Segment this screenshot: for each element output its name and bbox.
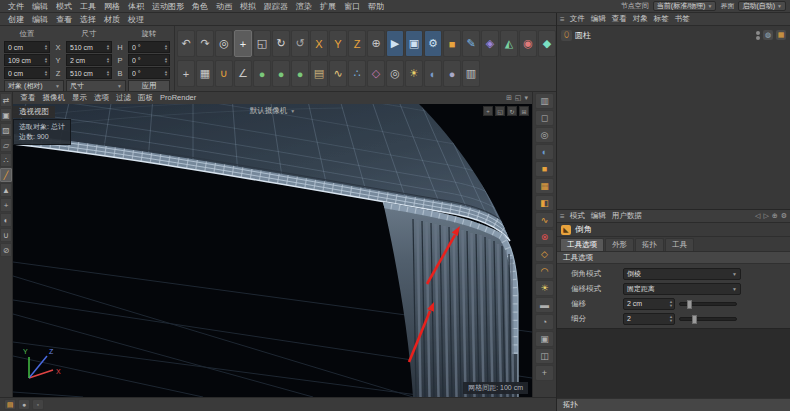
menu-item[interactable]: 文件 bbox=[4, 1, 28, 12]
globe-icon[interactable]: ◐ bbox=[535, 144, 554, 160]
spinner-icon[interactable]: ▲▼ bbox=[106, 57, 110, 63]
zoom-view-icon[interactable]: ◱ bbox=[495, 106, 505, 116]
menu-item[interactable]: 摄像机 bbox=[39, 93, 69, 103]
status-info-icon[interactable]: ◦ bbox=[32, 399, 44, 410]
snap-icon[interactable]: ∪ bbox=[215, 60, 233, 87]
lock-panel-icon[interactable]: ⊕ bbox=[772, 212, 778, 220]
workplane-icon[interactable]: ▦ bbox=[196, 60, 214, 87]
position-field[interactable]: 0 cm▲▼ bbox=[4, 67, 50, 79]
cube-primitive-icon[interactable]: ■ bbox=[535, 161, 554, 177]
add-cube-icon[interactable]: ■ bbox=[443, 30, 461, 57]
field-number-input[interactable]: 2▲▼ bbox=[623, 313, 675, 325]
menu-item[interactable]: 扩展 bbox=[316, 1, 340, 12]
attribute-tab[interactable]: 工具选项 bbox=[560, 238, 604, 251]
attribute-tab[interactable]: 工具 bbox=[665, 238, 694, 251]
section-header[interactable]: 工具选项 bbox=[557, 252, 790, 264]
phong-tag-icon[interactable]: ◍ bbox=[763, 30, 773, 40]
attribute-tab[interactable]: 外形 bbox=[605, 238, 634, 251]
toggle-views-icon[interactable]: ⊞ bbox=[519, 106, 529, 116]
pen-spline-icon[interactable]: ✎ bbox=[462, 30, 480, 57]
null-icon[interactable]: + bbox=[535, 365, 554, 381]
history-forward-icon[interactable]: ▷ bbox=[763, 212, 768, 220]
menu-item[interactable]: 标签 bbox=[651, 14, 672, 24]
points-mode-icon[interactable]: ∴ bbox=[0, 153, 12, 167]
modeling-axis-icon[interactable]: + bbox=[177, 60, 195, 87]
menu-item[interactable]: 书签 bbox=[672, 14, 693, 24]
viewport-maximize-icon[interactable]: ◱ bbox=[515, 94, 522, 102]
model-mode-icon[interactable]: ▣ bbox=[0, 108, 12, 122]
viewport-3d-canvas[interactable]: X Z Y 透视视图 选取对象: 总计 边数: 900 bbox=[13, 104, 532, 397]
position-field[interactable]: 109 cm▲▼ bbox=[4, 54, 50, 66]
hair-icon[interactable]: ∿ bbox=[329, 60, 347, 87]
slider-handle[interactable] bbox=[687, 300, 692, 309]
panel-settings-icon[interactable]: ⚙ bbox=[781, 212, 787, 220]
rotation-field[interactable]: 0 °▲▼ bbox=[128, 67, 170, 79]
lock-icon[interactable]: ⊘ bbox=[0, 243, 12, 257]
status-record-icon[interactable]: ● bbox=[18, 399, 30, 410]
menu-item[interactable]: 过滤 bbox=[113, 93, 135, 103]
sky-icon[interactable]: ◔ bbox=[535, 314, 554, 330]
slider-handle[interactable] bbox=[692, 315, 697, 324]
bend-icon[interactable]: ◠ bbox=[535, 263, 554, 279]
topology-section-header[interactable]: 拓扑 bbox=[557, 398, 790, 411]
menu-item[interactable]: 查看 bbox=[609, 14, 630, 24]
menu-item[interactable]: 编辑 bbox=[28, 14, 52, 25]
polygons-mode-icon[interactable]: ▲ bbox=[0, 183, 12, 197]
menu-item[interactable]: 查看 bbox=[17, 93, 39, 103]
boole-icon[interactable]: ◧ bbox=[535, 195, 554, 211]
volume-builder-icon[interactable]: ◭ bbox=[500, 30, 518, 57]
menu-item[interactable]: 窗口 bbox=[340, 1, 364, 12]
spinner-icon[interactable]: ▲▼ bbox=[44, 44, 48, 50]
display-filter-icon[interactable]: ▥ bbox=[462, 60, 480, 87]
field-number-input[interactable]: 2 cm▲▼ bbox=[623, 298, 675, 310]
node-space-select[interactable]: 当前(标准/物理)▼ bbox=[653, 1, 717, 11]
size-field[interactable]: 510 cm▲▼ bbox=[66, 41, 112, 53]
convert-editable-icon[interactable]: ⇄ bbox=[0, 93, 12, 107]
enable-axis-icon[interactable]: + bbox=[0, 198, 12, 212]
menu-item[interactable]: 材质 bbox=[100, 14, 124, 25]
lock-x-icon[interactable]: X bbox=[310, 30, 328, 57]
viewport-split-icon[interactable]: ⊞ bbox=[506, 94, 512, 102]
size-field[interactable]: 2 cm▲▼ bbox=[66, 54, 112, 66]
lock-y-icon[interactable]: Y bbox=[329, 30, 347, 57]
array-icon[interactable]: ▦ bbox=[535, 178, 554, 194]
view-setting-icon[interactable]: ▥ bbox=[535, 93, 554, 109]
floor-icon[interactable]: ▬ bbox=[535, 297, 554, 313]
dynamics-icon-3[interactable]: ● bbox=[291, 60, 309, 87]
hamburger-icon[interactable]: ≡ bbox=[560, 212, 565, 221]
history-back-icon[interactable]: ◁ bbox=[755, 212, 760, 220]
edges-mode-icon[interactable]: ╱ bbox=[0, 168, 12, 182]
spinner-icon[interactable]: ▲▼ bbox=[106, 44, 110, 50]
rotate-view-icon[interactable]: ↻ bbox=[507, 106, 517, 116]
menu-item[interactable]: 用户数据 bbox=[609, 211, 645, 221]
snap-enable-icon[interactable]: ∪ bbox=[0, 228, 12, 242]
solo-icon[interactable]: ◻ bbox=[535, 110, 554, 126]
simulation-icon[interactable]: ◉ bbox=[519, 30, 537, 57]
visibility-toggles[interactable] bbox=[756, 31, 760, 40]
menu-item[interactable]: 选项 bbox=[91, 93, 113, 103]
field-select[interactable]: 固定距离▼ bbox=[623, 283, 741, 295]
viewport-solo-icon[interactable]: ◐ bbox=[0, 213, 12, 227]
field-slider[interactable] bbox=[679, 302, 737, 306]
spinner-icon[interactable]: ▲▼ bbox=[669, 315, 673, 321]
material-icon[interactable]: ● bbox=[443, 60, 461, 87]
attribute-tab[interactable]: 拓扑 bbox=[635, 238, 664, 251]
subdivision-surface-icon[interactable]: ◈ bbox=[481, 30, 499, 57]
menu-item[interactable]: 文件 bbox=[567, 14, 588, 24]
camera-nav-icon[interactable]: ◎ bbox=[535, 127, 554, 143]
mograph-icon[interactable]: ◆ bbox=[538, 30, 556, 57]
coord-system-icon[interactable]: ⊕ bbox=[367, 30, 385, 57]
menu-item[interactable]: 跟踪器 bbox=[260, 1, 292, 12]
menu-item[interactable]: 运动图形 bbox=[148, 1, 188, 12]
size-mode-select[interactable]: 尺寸▼ bbox=[66, 80, 126, 92]
menu-item[interactable]: 校理 bbox=[124, 14, 148, 25]
instance-icon[interactable]: ◫ bbox=[535, 348, 554, 364]
rotation-field[interactable]: 0 °▲▼ bbox=[128, 54, 170, 66]
render-view-icon[interactable]: ▶ bbox=[386, 30, 404, 57]
viewport-options-icon[interactable]: ▾ bbox=[524, 94, 528, 102]
cloth-icon[interactable]: ▤ bbox=[310, 60, 328, 87]
spinner-icon[interactable]: ▲▼ bbox=[44, 70, 48, 76]
scale-icon[interactable]: ◱ bbox=[253, 30, 271, 57]
light-create-icon[interactable]: ☀ bbox=[535, 280, 554, 296]
move-icon[interactable]: + bbox=[234, 30, 252, 57]
